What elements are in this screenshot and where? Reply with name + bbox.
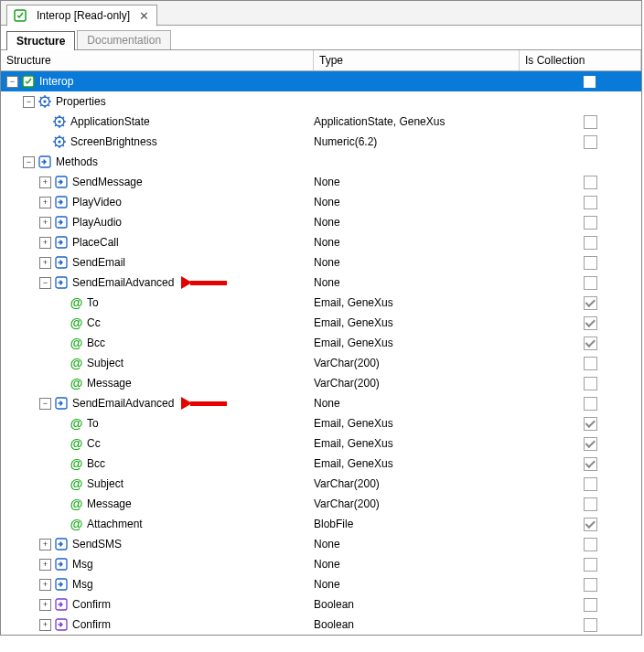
tree-row[interactable]: +PlayAudioNone [1, 212, 641, 232]
node-label: Bcc [87, 457, 105, 470]
file-tab-interop[interactable]: Interop [Read-only] ✕ [6, 5, 157, 27]
is-collection-checkbox[interactable] [584, 497, 597, 511]
is-collection-checkbox[interactable] [584, 477, 597, 491]
tree-row[interactable]: @AttachmentBlobFile [1, 514, 641, 534]
is-collection-checkbox[interactable] [584, 236, 597, 250]
node-label: Message [87, 497, 132, 510]
tree-spacer [56, 419, 66, 429]
close-icon[interactable]: ✕ [139, 9, 149, 23]
expand-icon[interactable]: + [39, 217, 51, 229]
tree-row[interactable]: +SendMessageNone [1, 172, 641, 192]
tree-row[interactable]: @BccEmail, GeneXus [1, 454, 641, 474]
header-iscollection[interactable]: Is Collection [520, 50, 641, 70]
is-collection-checkbox[interactable] [584, 296, 597, 310]
tree-row[interactable]: −SendEmailAdvancedNone [1, 273, 641, 293]
tree-spacer [56, 439, 66, 449]
node-label: PlaceCall [72, 236, 119, 249]
tree-row[interactable]: −Methods [1, 152, 641, 172]
tab-structure[interactable]: Structure [6, 31, 75, 50]
is-collection-checkbox[interactable] [584, 196, 597, 209]
expand-icon[interactable]: + [39, 579, 51, 591]
tree-row[interactable]: @ToEmail, GeneXus [1, 293, 641, 313]
confirm-icon [54, 617, 69, 632]
is-collection-checkbox[interactable] [584, 276, 597, 290]
tree-row[interactable]: @ToEmail, GeneXus [1, 413, 641, 433]
is-collection-checkbox[interactable] [584, 518, 597, 531]
expand-icon[interactable]: + [39, 257, 51, 269]
expand-icon[interactable]: + [39, 559, 51, 571]
tree-row[interactable]: @MessageVarChar(200) [1, 494, 641, 514]
tree-row[interactable]: @SubjectVarChar(200) [1, 353, 641, 373]
collapse-icon[interactable]: − [6, 76, 18, 88]
is-collection-checkbox[interactable] [584, 598, 597, 612]
tree-row[interactable]: @SubjectVarChar(200) [1, 474, 641, 494]
expand-icon[interactable]: + [39, 176, 51, 188]
tree-row[interactable]: +PlaceCallNone [1, 232, 641, 252]
tree-row[interactable]: −Properties [1, 91, 641, 112]
method-icon [54, 175, 69, 189]
tree-row[interactable]: ScreenBrightnessNumeric(6.2) [1, 132, 641, 152]
is-collection-checkbox[interactable] [584, 256, 597, 270]
node-label: ScreenBrightness [70, 135, 157, 148]
tree-row[interactable]: +PlayVideoNone [1, 192, 641, 212]
expand-icon[interactable]: + [39, 599, 51, 611]
is-collection-checkbox[interactable] [584, 337, 597, 350]
collapse-icon[interactable]: − [39, 277, 51, 289]
header-type[interactable]: Type [314, 50, 520, 70]
tree-row[interactable]: @CcEmail, GeneXus [1, 433, 641, 454]
type-label: Boolean [314, 618, 354, 631]
tree-row[interactable]: +MsgNone [1, 574, 641, 594]
method-icon [54, 215, 69, 230]
type-label: BlobFile [314, 518, 353, 530]
collapse-icon[interactable]: − [23, 96, 35, 108]
method-icon [54, 396, 69, 411]
node-label: SendSMS [72, 538, 122, 550]
is-collection-checkbox[interactable] [584, 377, 597, 390]
tree-row[interactable]: @CcEmail, GeneXus [1, 313, 641, 333]
tree-row[interactable]: ApplicationStateApplicationState, GeneXu… [1, 112, 641, 132]
tree-row[interactable]: +SendSMSNone [1, 534, 641, 554]
expand-icon[interactable]: + [39, 237, 51, 249]
is-collection-checkbox[interactable] [584, 558, 597, 572]
is-collection-checkbox[interactable] [584, 216, 597, 230]
is-collection-checkbox[interactable] [584, 578, 597, 592]
type-label: None [314, 397, 340, 410]
method-icon [54, 577, 69, 592]
node-label: Confirm [72, 598, 111, 611]
type-label: VarChar(200) [314, 497, 380, 510]
is-collection-checkbox[interactable] [584, 115, 597, 129]
tree-row[interactable]: @BccEmail, GeneXus [1, 333, 641, 353]
tree-row[interactable]: +MsgNone [1, 554, 641, 574]
expand-icon[interactable]: + [39, 619, 51, 631]
is-collection-checkbox[interactable] [584, 618, 597, 632]
tree-row[interactable]: +ConfirmBoolean [1, 615, 641, 635]
type-label: None [314, 256, 340, 269]
tree-row[interactable]: −Interop [1, 71, 641, 91]
tree-row[interactable]: +ConfirmBoolean [1, 594, 641, 615]
svg-point-23 [58, 140, 60, 143]
method-icon [54, 235, 69, 250]
tree-row[interactable]: +SendEmailNone [1, 252, 641, 273]
is-collection-checkbox[interactable] [584, 316, 597, 330]
is-collection-checkbox[interactable] [584, 135, 597, 149]
is-collection-checkbox[interactable] [584, 176, 597, 189]
svg-line-28 [55, 137, 57, 139]
object-icon [21, 74, 36, 89]
type-label: None [314, 276, 340, 289]
tree-grid[interactable]: −Interop−PropertiesApplicationStateAppli… [1, 71, 641, 635]
is-collection-checkbox[interactable] [584, 397, 597, 411]
tree-row[interactable]: @MessageVarChar(200) [1, 373, 641, 393]
collapse-icon[interactable]: − [39, 398, 51, 410]
expand-icon[interactable]: + [39, 539, 51, 550]
is-collection-checkbox[interactable] [584, 357, 597, 370]
is-collection-checkbox[interactable] [584, 437, 597, 451]
tree-row[interactable]: −SendEmailAdvancedNone [1, 393, 641, 413]
header-structure[interactable]: Structure [1, 50, 314, 70]
is-collection-checkbox[interactable] [584, 538, 597, 551]
is-collection-checkbox[interactable] [584, 417, 597, 431]
tab-documentation[interactable]: Documentation [77, 30, 171, 49]
is-collection-checkbox[interactable] [584, 457, 597, 471]
expand-icon[interactable]: + [39, 197, 51, 208]
collapse-icon[interactable]: − [23, 156, 35, 168]
tree-spacer [56, 298, 66, 308]
